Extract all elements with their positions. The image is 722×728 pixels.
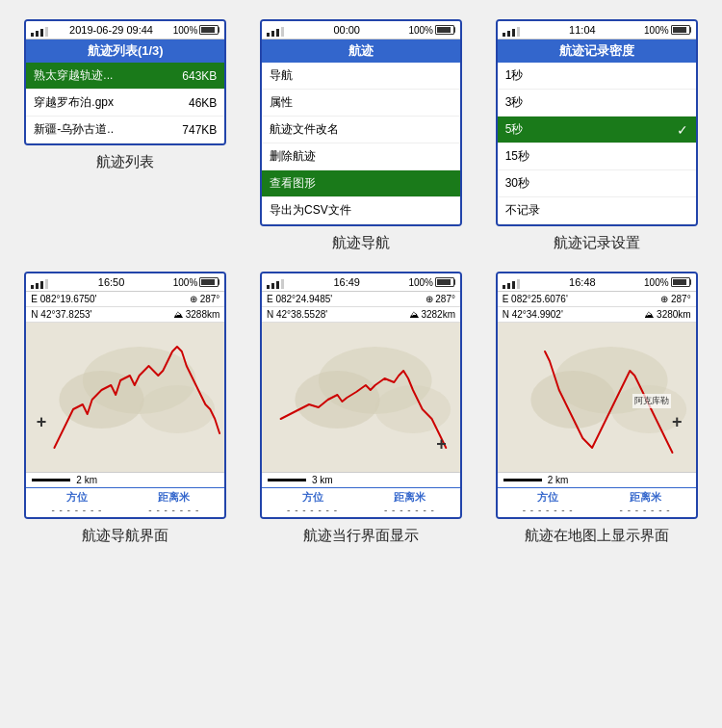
panel-header: 航迹 <box>262 39 460 63</box>
menu-item[interactable]: 15秒 <box>498 143 696 170</box>
menu-item[interactable]: 属性 <box>262 90 460 117</box>
svg-point-7 <box>375 385 451 433</box>
bearing-col: 方位 - - - - - - - <box>268 490 357 515</box>
menu-item[interactable]: 导出为CSV文件 <box>262 197 460 224</box>
map-info-row2: N 42°38.5528'⛰ 3282km <box>262 307 460 323</box>
map-crosshair: + <box>37 412 47 432</box>
bearing: ⊕ 287° <box>660 294 690 304</box>
status-time: 11:04 <box>569 24 596 36</box>
menu-item[interactable]: 不记录 <box>498 197 696 224</box>
panel-wrap-tracknav: 00:00 100% 航迹导航属性航迹文件改名删除航迹查看图形导出为CSV文件航… <box>255 19 468 252</box>
check-icon: ✓ <box>677 122 688 138</box>
place-label: 阿克库勒 <box>632 394 671 408</box>
map-coords-footer: 方位 - - - - - - - 距离米 - - - - - - - <box>262 487 460 517</box>
distance-label: 距离米 <box>158 490 190 505</box>
signal-icon <box>31 23 49 37</box>
device-maptracks: 16:49 100% E 082°24.9485'⊕ 287°N 42°38.5… <box>260 272 462 519</box>
status-bar: 11:04 100% <box>498 21 696 39</box>
menu-item[interactable]: 3秒 <box>498 90 696 117</box>
menu-item-text: 穿越罗布泊.gpx <box>34 94 114 111</box>
menu-item[interactable]: 穿越罗布泊.gpx46KB <box>26 90 224 117</box>
panel-wrap-mapview: 16:48 100% E 082°25.6076'⊕ 287°N 42°34.9… <box>490 272 703 545</box>
scale-bar: 3 km <box>262 473 460 487</box>
coord-n: N 42°37.8253' <box>31 309 91 320</box>
menu-item[interactable]: 熟太穿越轨迹...643KB <box>26 63 224 90</box>
menu-item-text: 属性 <box>270 94 293 111</box>
bearing-value: - - - - - - - <box>287 505 338 515</box>
menu-item[interactable]: 1秒 <box>498 63 696 90</box>
menu-list: 熟太穿越轨迹...643KB穿越罗布泊.gpx46KB新疆-乌孙古道..747K… <box>26 63 224 143</box>
menu-item[interactable]: 30秒 <box>498 170 696 197</box>
menu-item[interactable]: 删除航迹 <box>262 143 460 170</box>
menu-item[interactable]: 航迹文件改名 <box>262 117 460 143</box>
status-time: 16:48 <box>569 276 596 288</box>
menu-item[interactable]: 新疆-乌孙古道..747KB <box>26 117 224 143</box>
menu-list: 导航属性航迹文件改名删除航迹查看图形导出为CSV文件 <box>262 63 460 224</box>
scale-label: 2 km <box>76 475 97 485</box>
menu-item-text: 熟太穿越轨迹... <box>34 67 113 84</box>
bearing: ⊕ 287° <box>190 294 219 304</box>
menu-item-text: 导出为CSV文件 <box>270 202 351 219</box>
device-mapview: 16:48 100% E 082°25.6076'⊕ 287°N 42°34.9… <box>496 272 698 519</box>
battery-status: 100% <box>408 25 455 36</box>
map-footer: 2 km 方位 - - - - - - - 距离米 - - - - - - - <box>498 472 696 517</box>
bearing-label: 方位 <box>66 490 88 505</box>
elevation: ⛰ 3282km <box>409 309 455 320</box>
menu-item[interactable]: 查看图形 <box>262 170 460 197</box>
menu-item[interactable]: 5秒✓ <box>498 117 696 143</box>
elevation: ⛰ 3280km <box>644 309 690 320</box>
map-crosshair: + <box>672 412 683 432</box>
map-info-row1: E 082°19.6750'⊕ 287° <box>26 292 224 307</box>
panel-label-maptracks: 航迹当行界面显示 <box>303 527 419 545</box>
panel-wrap-tracklist: 2019-06-29 09:44 100% 航迹列表(1/3)熟太穿越轨迹...… <box>19 19 232 252</box>
scale-line <box>32 479 70 481</box>
map-area[interactable]: + <box>26 323 224 472</box>
status-time: 16:50 <box>98 276 125 288</box>
battery-status: 100% <box>644 25 691 36</box>
scale-label: 2 km <box>548 475 569 485</box>
battery-status: 100% <box>408 277 455 288</box>
menu-item-text: 不记录 <box>505 202 540 219</box>
svg-point-3 <box>140 385 215 433</box>
device-mapnav: 16:50 100% E 082°19.6750'⊕ 287°N 42°37.8… <box>24 272 226 519</box>
menu-item-text: 1秒 <box>505 67 524 84</box>
coord-e: E 082°25.6076' <box>503 294 568 304</box>
menu-item-size: 643KB <box>182 69 217 83</box>
scale-bar: 2 km <box>26 473 224 487</box>
distance-label: 距离米 <box>630 490 661 505</box>
panel-wrap-trackrecord: 11:04 100% 航迹记录密度1秒3秒5秒✓15秒30秒不记录航迹记录设置 <box>490 19 703 252</box>
menu-list: 1秒3秒5秒✓15秒30秒不记录 <box>498 63 696 224</box>
panel-label-tracknav: 航迹导航 <box>332 234 390 252</box>
status-bar: 16:48 100% <box>498 273 696 292</box>
map-area[interactable]: + <box>262 323 460 472</box>
map-coords-footer: 方位 - - - - - - - 距离米 - - - - - - - <box>498 487 696 517</box>
device-trackrecord: 11:04 100% 航迹记录密度1秒3秒5秒✓15秒30秒不记录 <box>496 19 698 226</box>
menu-item-text: 导航 <box>270 67 293 84</box>
status-bar: 16:50 100% <box>26 273 224 292</box>
panel-header: 航迹记录密度 <box>498 39 696 63</box>
distance-col: 距离米 - - - - - - - <box>129 490 219 515</box>
status-bar: 16:49 100% <box>262 273 460 292</box>
menu-item-size: 747KB <box>182 123 217 137</box>
panel-label-tracklist: 航迹列表 <box>96 153 154 171</box>
battery-status: 100% <box>173 25 220 36</box>
map-coords-footer: 方位 - - - - - - - 距离米 - - - - - - - <box>26 487 224 517</box>
menu-item[interactable]: 导航 <box>262 63 460 90</box>
map-info-row2: N 42°34.9902'⛰ 3280km <box>498 307 696 323</box>
distance-col: 距离米 - - - - - - - <box>601 490 690 515</box>
map-info-row1: E 082°24.9485'⊕ 287° <box>262 292 460 307</box>
status-bar: 00:00 100% <box>262 21 460 39</box>
status-time: 2019-06-29 09:44 <box>69 24 153 36</box>
bearing-col: 方位 - - - - - - - <box>32 490 121 515</box>
map-info-row1: E 082°25.6076'⊕ 287° <box>498 292 696 307</box>
distance-col: 距离米 - - - - - - - <box>365 490 454 515</box>
coord-e: E 082°19.6750' <box>31 294 96 304</box>
signal-icon <box>31 275 49 289</box>
panel-label-mapnav: 航迹导航界面 <box>82 527 168 545</box>
status-time: 16:49 <box>333 276 360 288</box>
menu-item-text: 30秒 <box>505 175 529 192</box>
menu-item-text: 查看图形 <box>270 175 316 192</box>
panel-wrap-maptracks: 16:49 100% E 082°24.9485'⊕ 287°N 42°38.5… <box>255 272 468 545</box>
map-area[interactable]: + 阿克库勒 <box>498 323 696 472</box>
map-info-row2: N 42°37.8253'⛰ 3288km <box>26 307 224 323</box>
